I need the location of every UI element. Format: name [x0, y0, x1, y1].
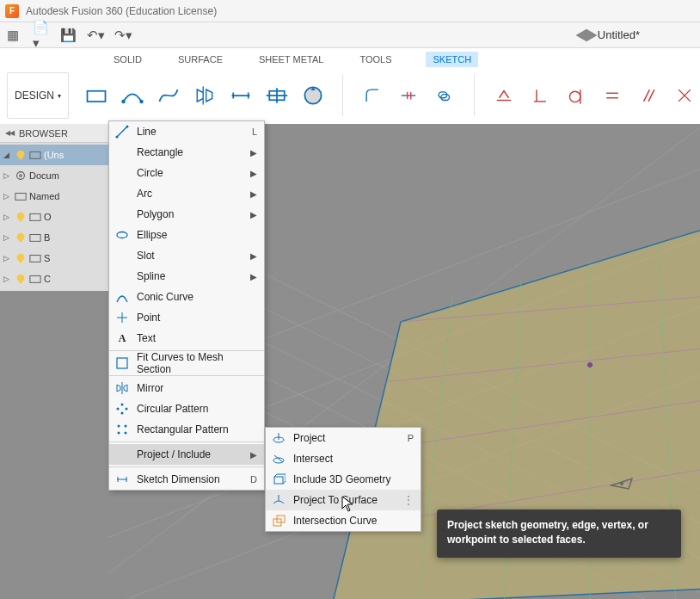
constraint-equal-icon[interactable] [597, 77, 628, 114]
point-icon [114, 310, 130, 325]
file-menu-icon[interactable]: 📄▾ [33, 28, 48, 43]
svg-rect-22 [19, 157, 22, 160]
fillet-tool-icon[interactable] [357, 77, 388, 114]
document-title[interactable]: Untitled* [580, 28, 640, 41]
constraint-horiz-icon[interactable] [488, 77, 519, 114]
svg-point-69 [126, 408, 128, 411]
submenu-include-3d[interactable]: Include 3D Geometry [266, 469, 421, 490]
tree-item[interactable]: ▷C [0, 269, 108, 289]
conic-icon [114, 289, 130, 305]
menu-spline[interactable]: Spline▶ [109, 266, 264, 287]
menu-circular-pattern[interactable]: Circular Pattern [109, 398, 264, 419]
menu-slot[interactable]: Slot▶ [109, 245, 264, 266]
svg-point-70 [121, 412, 124, 415]
menu-mirror[interactable]: Mirror [109, 378, 264, 398]
project-surface-icon [271, 492, 286, 508]
tooltip-text: Project sketch geometry, edge, vertex, o… [447, 518, 671, 547]
menu-project-include[interactable]: Project / Include▶ [109, 444, 264, 465]
svg-line-60 [117, 127, 127, 137]
svg-point-15 [569, 91, 580, 102]
create-menu: Line L Rectangle▶ Circle▶ Arc▶ Polygon▶ … [108, 120, 265, 491]
tree-item[interactable]: ▷O [0, 207, 108, 227]
tree-item[interactable]: ▷Docum [0, 165, 108, 186]
svg-rect-28 [19, 219, 22, 222]
title-bar: F Autodesk Fusion 360 (Education License… [0, 0, 700, 22]
tab-surface[interactable]: SURFACE [176, 52, 224, 67]
svg-rect-38 [30, 276, 40, 283]
save-icon[interactable]: 💾 [60, 28, 76, 43]
menu-arc[interactable]: Arc▶ [109, 183, 264, 204]
point-tool-icon[interactable] [261, 77, 292, 114]
svg-point-72 [118, 425, 120, 428]
browser-header[interactable]: BROWSER [0, 124, 108, 143]
svg-rect-29 [30, 214, 40, 221]
browser-panel: BROWSER ◢ (Uns ▷Docum ▷Named ▷O ▷B ▷S ▷C [0, 124, 108, 291]
svg-point-61 [116, 136, 119, 139]
svg-rect-37 [19, 281, 22, 284]
line-icon [114, 124, 130, 139]
svg-point-21 [17, 151, 25, 158]
tab-sketch[interactable]: SKETCH [426, 52, 478, 67]
submenu-intersect[interactable]: Intersect [266, 448, 421, 469]
line-tool-icon[interactable] [81, 77, 112, 114]
menu-polygon[interactable]: Polygon▶ [109, 204, 264, 225]
svg-point-73 [125, 425, 127, 428]
svg-point-75 [125, 432, 127, 435]
intersect-icon [271, 451, 286, 466]
svg-point-24 [17, 172, 25, 180]
svg-rect-83 [274, 477, 283, 484]
ellipse-icon [114, 227, 130, 243]
arc-tool-icon[interactable] [117, 77, 148, 114]
menu-conic[interactable]: Conic Curve [109, 287, 264, 307]
undo-icon[interactable]: ↶▾ [88, 28, 103, 43]
constraint-tangent-icon[interactable] [561, 77, 592, 114]
tab-sheet-metal[interactable]: SHEET METAL [257, 52, 325, 67]
browser-tree: ◢ (Uns ▷Docum ▷Named ▷O ▷B ▷S ▷C [0, 143, 108, 291]
offset-tool-icon[interactable] [429, 77, 460, 114]
mesh-icon [114, 355, 130, 371]
submenu-project[interactable]: ProjectP [266, 428, 421, 448]
design-workspace-button[interactable]: DESIGN [7, 72, 69, 119]
menu-rectangle[interactable]: Rectangle▶ [109, 142, 264, 163]
menu-sketch-dimension[interactable]: Sketch DimensionD [109, 469, 264, 490]
constraint-perp-icon[interactable] [525, 77, 556, 114]
menu-ellipse[interactable]: Ellipse [109, 225, 264, 245]
menu-text[interactable]: AText [109, 328, 264, 349]
tree-root[interactable]: ◢ (Uns [0, 145, 108, 165]
menu-fit-curves[interactable]: Fit Curves to Mesh Section [109, 353, 264, 374]
tab-solid[interactable]: SOLID [112, 52, 144, 67]
circle-tool-icon[interactable] [298, 77, 329, 114]
rect-pattern-icon [114, 422, 130, 437]
menu-rectangular-pattern[interactable]: Rectangular Pattern [109, 419, 264, 440]
tree-item[interactable]: ▷B [0, 227, 108, 248]
menu-line[interactable]: Line L [109, 121, 264, 142]
tab-tools[interactable]: TOOLS [358, 52, 393, 67]
svg-point-62 [126, 126, 129, 128]
trim-tool-icon[interactable] [393, 77, 424, 114]
menu-circle[interactable]: Circle▶ [109, 163, 264, 183]
tooltip: Project sketch geometry, edge, vertex, o… [437, 509, 681, 558]
ribbon-tools [81, 67, 700, 124]
svg-point-68 [121, 404, 124, 406]
constraint-sym-icon[interactable] [669, 77, 700, 114]
svg-point-1 [121, 100, 125, 103]
menu-point[interactable]: Point [109, 307, 264, 328]
svg-rect-34 [19, 261, 22, 263]
cube-icon [575, 28, 597, 40]
svg-rect-26 [15, 194, 26, 201]
svg-rect-31 [19, 240, 22, 243]
tree-item[interactable]: ▷S [0, 248, 108, 269]
svg-point-58 [620, 482, 623, 485]
svg-rect-23 [30, 152, 40, 159]
redo-icon[interactable]: ↷▾ [115, 28, 131, 43]
project-icon [271, 430, 286, 446]
mirror-tool-icon[interactable] [189, 77, 220, 114]
tree-item[interactable]: ▷Named [0, 186, 108, 207]
constraint-parallel-icon[interactable] [633, 77, 664, 114]
apps-grid-icon[interactable]: ▦ [5, 28, 21, 43]
spline-tool-icon[interactable] [153, 77, 184, 114]
dimension-tool-icon[interactable] [225, 77, 256, 114]
ribbon-tabs: SOLID SURFACE SHEET METAL TOOLS SKETCH [0, 48, 700, 67]
svg-point-63 [117, 232, 127, 238]
svg-point-30 [17, 233, 25, 241]
